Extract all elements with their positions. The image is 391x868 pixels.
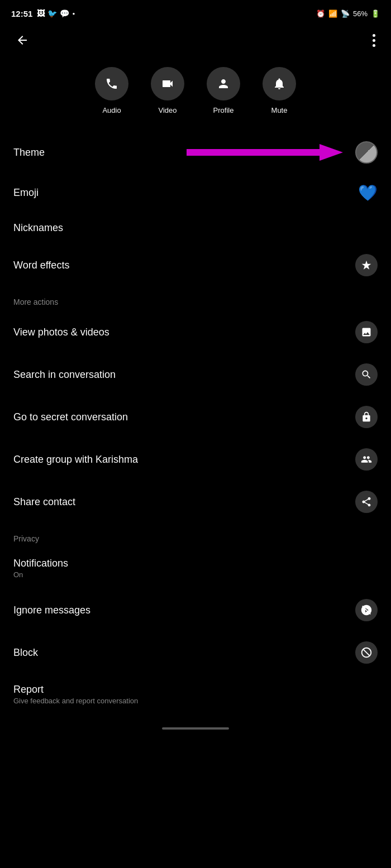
battery-icon: 🔋 (371, 9, 380, 18)
ignore-messages-right (355, 599, 378, 621)
search-conversation-item[interactable]: Search in conversation (0, 353, 391, 396)
audio-action[interactable]: Audio (95, 67, 128, 114)
dot (373, 44, 375, 47)
profile-label: Profile (213, 106, 234, 114)
privacy-section-label: Privacy (0, 523, 391, 548)
signal-icon: 📡 (341, 9, 350, 18)
more-options-button[interactable] (368, 30, 380, 51)
group-icon-circle (355, 448, 378, 471)
twitter-icon: 🐦 (47, 9, 57, 18)
notifications-item[interactable]: Notifications On (0, 548, 391, 589)
create-group-label: Create group with Karishma (13, 454, 138, 466)
emoji-heart-icon: 💙 (358, 184, 378, 202)
theme-toggle-icon (355, 141, 378, 164)
word-effects-label: Word effects (13, 260, 69, 271)
word-effects-right (355, 254, 378, 276)
view-photos-label: View photos & videos (13, 327, 109, 338)
share-contact-label: Share contact (13, 496, 75, 508)
view-photos-right (355, 321, 378, 343)
lock-icon-circle (355, 406, 378, 428)
nicknames-item[interactable]: Nicknames (0, 212, 391, 244)
theme-label: Theme (13, 147, 45, 159)
search-conversation-right (355, 363, 378, 386)
mute-label: Mute (271, 106, 288, 114)
mute-icon-circle (263, 67, 296, 100)
status-icons: 🖼 🐦 💬 ● (37, 9, 75, 18)
create-group-item[interactable]: Create group with Karishma (0, 438, 391, 481)
photos-icon-circle (355, 321, 378, 343)
secret-conversation-label: Go to secret conversation (13, 411, 128, 423)
create-group-right (355, 448, 378, 471)
search-icon-circle (355, 363, 378, 386)
emoji-item[interactable]: Emoji 💙 (0, 174, 391, 212)
nicknames-label: Nicknames (13, 222, 63, 234)
back-button[interactable] (11, 29, 34, 51)
block-item[interactable]: Block (0, 631, 391, 674)
share-icon-circle (355, 491, 378, 513)
report-label: Report (13, 684, 138, 696)
sparkle-icon-circle (355, 254, 378, 276)
report-sublabel: Give feedback and report conversation (13, 697, 138, 705)
settings-list: Theme Emoji 💙 Nicknames Word effects Mor… (0, 131, 391, 722)
theme-row-right (187, 141, 378, 164)
notifications-label: Notifications (13, 558, 68, 569)
share-contact-item[interactable]: Share contact (0, 481, 391, 523)
secret-conversation-item[interactable]: Go to secret conversation (0, 396, 391, 438)
share-contact-right (355, 491, 378, 513)
search-conversation-label: Search in conversation (13, 369, 116, 381)
wifi-icon: 📶 (328, 9, 337, 18)
ignore-messages-label: Ignore messages (13, 605, 90, 616)
ignore-messages-item[interactable]: Ignore messages (0, 589, 391, 631)
chat-icon: 💬 (60, 9, 69, 18)
profile-icon-circle (207, 67, 240, 100)
view-photos-item[interactable]: View photos & videos (0, 311, 391, 353)
profile-action[interactable]: Profile (207, 67, 240, 114)
time: 12:51 (11, 9, 32, 18)
word-effects-item[interactable]: Word effects (0, 244, 391, 286)
report-item[interactable]: Report Give feedback and report conversa… (0, 674, 391, 722)
block-right (355, 641, 378, 664)
status-right: ⏰ 📶 📡 56% 🔋 (316, 9, 380, 18)
mute-action[interactable]: Mute (263, 67, 296, 114)
secret-conversation-right (355, 406, 378, 428)
dot-icon: ● (72, 11, 75, 16)
more-actions-section-label: More actions (0, 286, 391, 311)
purple-arrow-indicator (187, 144, 343, 161)
audio-icon-circle (95, 67, 128, 100)
bottom-bar (0, 722, 391, 735)
block-icon-circle (355, 641, 378, 664)
emoji-label: Emoji (13, 187, 39, 199)
action-row: Audio Video Profile Mute (0, 56, 391, 131)
audio-label: Audio (102, 106, 121, 114)
block-label: Block (13, 647, 38, 659)
notifications-multi: Notifications On (13, 558, 68, 579)
report-multi: Report Give feedback and report conversa… (13, 684, 138, 705)
notifications-sublabel: On (13, 570, 68, 579)
video-action[interactable]: Video (151, 67, 184, 114)
emoji-right: 💙 (358, 184, 378, 202)
alarm-icon: ⏰ (316, 9, 325, 18)
video-label: Video (158, 106, 177, 114)
home-indicator (162, 727, 229, 730)
dot (373, 34, 375, 37)
photo-icon: 🖼 (37, 9, 45, 18)
status-bar: 12:51 🖼 🐦 💬 ● ⏰ 📶 📡 56% 🔋 (0, 0, 391, 25)
video-icon-circle (151, 67, 184, 100)
ignore-icon-circle (355, 599, 378, 621)
dot (373, 39, 375, 42)
battery-percent: 56% (353, 9, 368, 18)
top-bar (0, 25, 391, 56)
theme-item[interactable]: Theme (0, 131, 391, 174)
